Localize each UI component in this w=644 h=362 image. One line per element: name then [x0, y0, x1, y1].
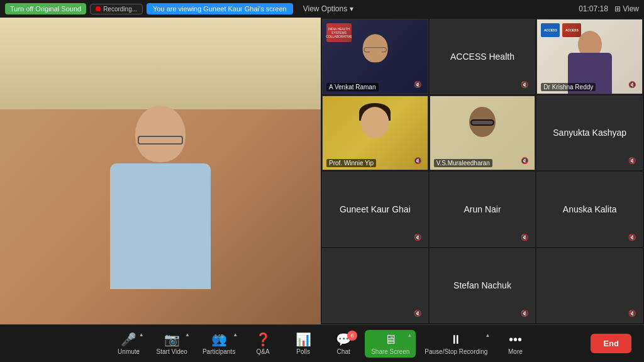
toolbar: ▲ 🎤 Unmute ▲ 📷 Start Video ▲ 👥 149 Parti… [0, 324, 644, 362]
top-bar-left: Turn off Original Sound Recording... You… [5, 3, 353, 14]
grid-cell-krishna: ACCESS ACCESS Dr Krishna Reddy 🔇 [536, 19, 643, 94]
participants-count: 149 [214, 333, 224, 339]
grid-cell-guneet: Guneet Kaur Ghai 🔇 [322, 172, 428, 247]
sound-toggle-button[interactable]: Turn off Original Sound [5, 3, 86, 14]
meeting-timer: 01:07:18 [579, 4, 608, 13]
recording-badge: Recording... [90, 4, 143, 14]
speaker-head [135, 106, 186, 162]
unmute-group[interactable]: ▲ 🎤 Unmute [110, 329, 148, 358]
grid-cell-anuska: Anuska Kalita 🔇 [536, 172, 643, 247]
empty1-mic-icon: 🔇 [414, 310, 424, 320]
main-content: INDIA HEALTH SYSTEMS COLLABORATIVE A Ven… [0, 18, 644, 324]
sanyukta-mic-icon: 🔇 [628, 157, 638, 167]
share-screen-label: Share Screen [371, 348, 409, 355]
empty2-mic-icon: 🔇 [628, 310, 638, 320]
winnie-head [361, 107, 389, 138]
guneet-mic-icon: 🔇 [414, 234, 424, 244]
winnie-mic-icon: 🔇 [414, 157, 424, 167]
more-label: More [508, 348, 523, 355]
participants-grid: INDIA HEALTH SYSTEMS COLLABORATIVE A Ven… [321, 18, 644, 324]
krishna-video: ACCESS ACCESS [537, 19, 642, 94]
video-icon: 📷 [164, 332, 180, 347]
record-label: Pause/Stop Recording [425, 348, 487, 355]
view-layout-button[interactable]: ⊞ View [614, 4, 639, 13]
record-icon: ⏸ [450, 332, 462, 347]
speaker-silhouette [72, 94, 248, 324]
grid-cell-winnie: Prof. Winnie Yip 🔇 [322, 96, 428, 171]
microphone-off-icon: 🎤 [121, 332, 136, 347]
viewing-badge: You are viewing Guneet Kaur Ghai's scree… [147, 3, 293, 14]
access-logo: ACCESS ACCESS [541, 23, 581, 37]
top-bar: Turn off Original Sound Recording... You… [0, 0, 644, 18]
grid-cell-empty1: 🔇 [322, 248, 428, 324]
winnie-name-label: Prof. Winnie Yip [326, 159, 376, 167]
video-label: Start Video [157, 348, 187, 355]
speaker-body [110, 163, 211, 289]
stefan-mic-icon: 🔇 [521, 310, 531, 320]
chat-label: Chat [337, 348, 350, 355]
guneet-label: Guneet Kaur Ghai [335, 199, 416, 219]
venkat-hand [370, 50, 382, 60]
qa-label: Q&A [257, 348, 270, 355]
participants-label: Participants [203, 348, 235, 355]
view-options-button[interactable]: View Options ▾ [303, 4, 353, 13]
recording-dot [96, 6, 101, 11]
access-health-mic-icon: 🔇 [521, 81, 531, 91]
grid-cell-access-health: ACCESS Health 🔇 [430, 19, 536, 94]
venkat-mic-icon: 🔇 [414, 81, 424, 91]
polls-group[interactable]: 📊 Polls [284, 329, 322, 358]
sanyukta-label: Sanyukta Kashyap [548, 123, 631, 143]
unmute-caret: ▲ [139, 332, 144, 337]
main-speaker-panel [0, 18, 321, 324]
recording-label: Recording... [103, 6, 137, 13]
record-caret: ▲ [485, 332, 490, 338]
participants-group[interactable]: ▲ 👥 149 Participants [196, 329, 242, 358]
grid-cell-murali: V.S.Muraleedharan 🔇 [430, 96, 536, 171]
stefan-label: Stefan Nachuk [448, 275, 516, 295]
share-screen-icon: 🖥 [384, 332, 397, 347]
start-video-group[interactable]: ▲ 📷 Start Video [150, 329, 194, 358]
murali-mic-icon: 🔇 [521, 157, 531, 167]
arun-label: Arun Nair [458, 199, 506, 219]
top-bar-right: 01:07:18 ⊞ View [579, 4, 639, 13]
unmute-label: Unmute [118, 348, 140, 355]
access-logo-block-1: ACCESS [541, 23, 560, 37]
participants-caret: ▲ [233, 332, 238, 337]
video-caret: ▲ [185, 332, 190, 337]
qa-group[interactable]: ❓ Q&A [244, 329, 282, 358]
speaker-glasses [138, 136, 183, 145]
arun-mic-icon: 🔇 [521, 234, 531, 244]
qa-icon: ❓ [255, 332, 271, 347]
anuska-mic-icon: 🔇 [628, 234, 638, 244]
murali-glasses [470, 119, 494, 126]
grid-cell-stefan: Stefan Nachuk 🔇 [430, 248, 536, 324]
record-group[interactable]: ▲ ⏸ Pause/Stop Recording [418, 330, 494, 358]
grid-cell-sanyukta: Sanyukta Kashyap 🔇 [536, 96, 643, 171]
chat-badge: 6 [347, 331, 357, 341]
share-caret: ▲ [407, 332, 412, 338]
grid-cell-empty2: 🔇 [536, 248, 643, 324]
grid-cell-venkat: INDIA HEALTH SYSTEMS COLLABORATIVE A Ven… [322, 19, 428, 94]
anuska-label: Anuska Kalita [558, 199, 622, 219]
polls-label: Polls [296, 348, 310, 355]
murali-name-label: V.S.Muraleedharan [434, 159, 492, 167]
share-screen-group[interactable]: ▲ 🖥 Share Screen [365, 330, 416, 358]
more-group[interactable]: ••• More [496, 330, 534, 358]
polls-icon: 📊 [296, 332, 311, 347]
end-button[interactable]: End [591, 334, 631, 353]
more-icon: ••• [509, 332, 522, 347]
venkat-video: INDIA HEALTH SYSTEMS COLLABORATIVE [323, 19, 428, 94]
venkat-name-label: A Venkat Raman [326, 83, 379, 91]
access-health-label: ACCESS Health [445, 47, 519, 67]
main-speaker-video [0, 18, 321, 324]
grid-cell-arun: Arun Nair 🔇 [430, 172, 536, 247]
krishna-mic-icon: 🔇 [628, 81, 638, 91]
chat-group[interactable]: 6 💬 Chat [325, 329, 362, 358]
access-logo-block-2: ACCESS [562, 23, 581, 37]
krishna-name-label: Dr Krishna Reddy [541, 83, 596, 91]
